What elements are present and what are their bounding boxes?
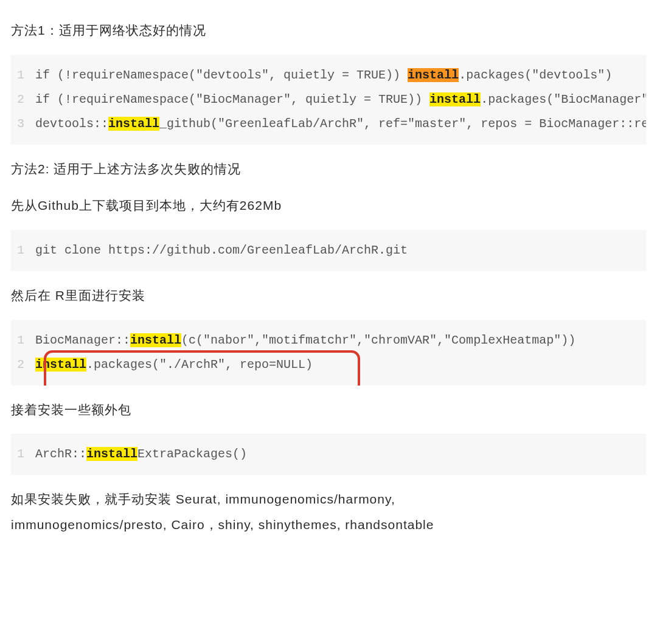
code-text: (c("nabor","motifmatchr","chromVAR","Com… [181,333,575,347]
line-number: 1 [11,238,35,263]
code-line: 2 install.packages("./ArchR", repo=NULL) [11,353,646,377]
code-content: BiocManager::install(c("nabor","motifmat… [35,328,575,353]
code-text: .packages("devtools") [459,68,612,82]
code-line: 1 if (!requireNamespace("devtools", quie… [11,63,646,88]
code-block-3: 1 BiocManager::install(c("nabor","motifm… [11,320,646,386]
code-block-2: 1 git clone https://github.com/Greenleaf… [11,230,646,271]
code-text: if (!requireNamespace("devtools", quietl… [35,68,408,82]
line-number: 2 [11,88,35,112]
line-number: 1 [11,328,35,353]
code-text: ArchR:: [35,447,86,461]
highlight-install-yellow: install [35,358,86,372]
para-manual-install-cont: immunogenomics/presto, Cairo，shiny, shin… [11,513,646,537]
highlight-install-yellow: install [429,92,481,106]
code-block-1: 1 if (!requireNamespace("devtools", quie… [11,55,646,145]
line-number: 2 [11,353,35,377]
para-manual-install: 如果安装失败，就手动安装 Seurat, immunogenomics/harm… [11,487,646,511]
highlight-install-orange: install [408,68,459,82]
line-number: 3 [11,112,35,136]
code-text: if (!requireNamespace("BiocManager", qui… [35,92,429,106]
para-method2: 方法2: 适用于上述方法多次失败的情况 [11,157,646,181]
code-content: ArchR::installExtraPackages() [35,442,247,466]
highlight-install-yellow: install [86,447,137,461]
code-text: ExtraPackages() [137,447,247,461]
code-content: install.packages("./ArchR", repo=NULL) [35,353,313,377]
code-block-4: 1 ArchR::installExtraPackages() [11,434,646,475]
code-text: .packages("./ArchR", repo=NULL) [86,358,313,372]
code-line: 1 BiocManager::install(c("nabor","motifm… [11,328,646,353]
code-line: 3 devtools::install_github("GreenleafLab… [11,112,646,136]
para-install-in-r: 然后在 R里面进行安装 [11,283,646,308]
code-line: 1 git clone https://github.com/Greenleaf… [11,238,646,263]
code-line: 1 ArchR::installExtraPackages() [11,442,646,466]
code-content: if (!requireNamespace("BiocManager", qui… [35,88,646,112]
code-content: devtools::install_github("GreenleafLab/A… [35,112,646,136]
code-text: devtools:: [35,117,108,131]
line-number: 1 [11,442,35,466]
highlight-install-yellow: install [130,333,181,347]
code-content: git clone https://github.com/GreenleafLa… [35,238,408,263]
code-line: 2 if (!requireNamespace("BiocManager", q… [11,88,646,112]
para-github-download: 先从Github上下载项目到本地，大约有262Mb [11,193,646,218]
highlight-install-yellow: install [108,117,159,131]
code-text: BiocManager:: [35,333,130,347]
para-extra-packages: 接着安装一些额外包 [11,398,646,422]
code-text: .packages("BiocManager") [481,92,646,106]
para-method1: 方法1：适用于网络状态好的情况 [11,18,646,43]
line-number: 1 [11,63,35,88]
code-content: if (!requireNamespace("devtools", quietl… [35,63,612,88]
code-text: _github("GreenleafLab/ArchR", ref="maste… [159,117,646,131]
